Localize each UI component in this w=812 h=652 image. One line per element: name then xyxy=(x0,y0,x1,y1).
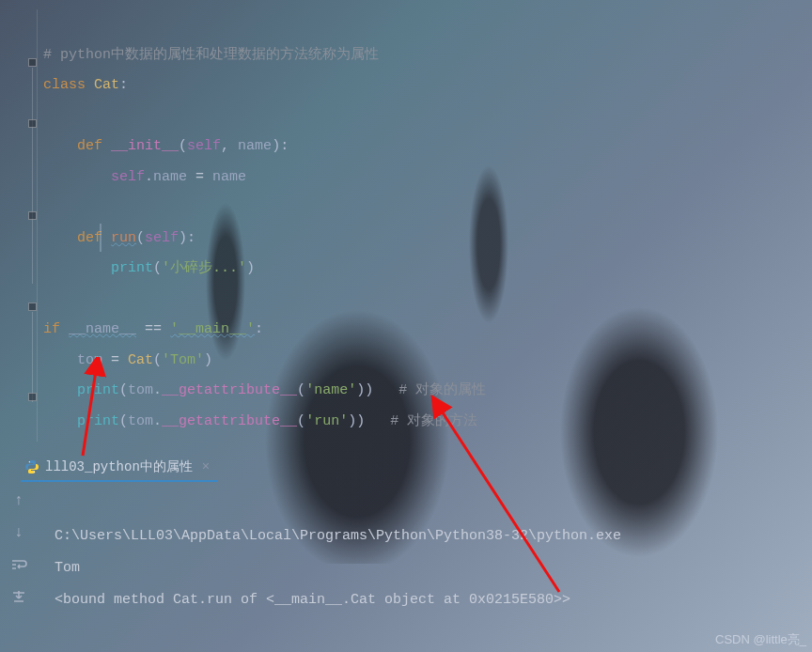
soft-wrap-icon[interactable] xyxy=(8,554,29,575)
console-output[interactable]: C:\Users\LLL03\AppData\Local\Programs\Py… xyxy=(55,489,812,652)
keyword-if: if xyxy=(43,321,60,337)
paren-close: ) xyxy=(179,230,187,246)
dunder-init: __init__ xyxy=(111,138,179,154)
class-name: Cat xyxy=(94,77,119,93)
paren-open: ( xyxy=(119,382,128,398)
string-name: 'name' xyxy=(305,382,356,398)
self-ref: self xyxy=(111,169,145,185)
watermark-text: CSDN @little亮_ xyxy=(715,631,806,648)
keyword-class: class xyxy=(43,77,86,93)
param-name: name xyxy=(238,138,272,154)
op-eqeq: == xyxy=(136,321,170,337)
paren-open: ( xyxy=(297,413,305,429)
dot: . xyxy=(145,169,153,185)
colon: : xyxy=(280,138,289,154)
paren-open: ( xyxy=(119,413,128,429)
print-call: print xyxy=(77,382,119,398)
scroll-down-icon[interactable]: ↓ xyxy=(8,522,29,543)
method-run: run xyxy=(111,230,136,246)
code-editor[interactable]: # python中数据的属性和处理数据的方法统称为属性 class Cat: d… xyxy=(0,9,812,437)
console-tool-rail: ↑ ↓ xyxy=(0,490,38,607)
svg-point-1 xyxy=(34,472,35,473)
paren-open: ( xyxy=(297,382,305,398)
var-tom: tom xyxy=(77,352,102,368)
colon: : xyxy=(187,230,195,246)
paren-close: ) xyxy=(272,138,280,154)
dot: . xyxy=(153,382,162,398)
close-icon[interactable]: × xyxy=(198,459,210,474)
paren-close: ) xyxy=(356,413,365,429)
param-self: self xyxy=(187,138,221,154)
code-comment: # 对象的方法 xyxy=(390,413,477,429)
output-line: <bound method Cat.run of <__main__.Cat o… xyxy=(55,592,570,608)
string-run: 'run' xyxy=(305,413,348,429)
output-line: Tom xyxy=(55,560,80,576)
dunder-name: __name__ xyxy=(69,321,136,337)
paren-open: ( xyxy=(153,260,162,276)
comma: , xyxy=(221,138,238,154)
paren-close: ) xyxy=(204,352,212,368)
attr-name: name xyxy=(153,169,187,185)
print-call: print xyxy=(111,260,153,276)
var-tom: tom xyxy=(128,382,153,398)
colon: : xyxy=(119,77,128,93)
indent-guide-icon xyxy=(100,224,102,252)
svg-point-0 xyxy=(29,461,30,462)
rhs-name: name xyxy=(212,169,246,185)
console-tab-label: lll03_python中的属性 xyxy=(45,458,193,475)
param-self: self xyxy=(145,230,179,246)
python-icon xyxy=(24,459,39,474)
keyword-def: def xyxy=(77,230,102,246)
paren-open: ( xyxy=(179,138,187,154)
equals: = xyxy=(187,169,212,185)
code-comment: # 对象的属性 xyxy=(398,382,486,398)
string-literal: '小碎步...' xyxy=(162,260,246,276)
var-tom: tom xyxy=(128,413,153,429)
cat-ctor: Cat xyxy=(128,352,153,368)
output-line: C:\Users\LLL03\AppData\Local\Programs\Py… xyxy=(55,528,621,544)
print-call: print xyxy=(77,413,119,429)
getattr: __getattribute__ xyxy=(162,413,297,429)
string-tom: 'Tom' xyxy=(162,352,204,368)
string-main: '__main__' xyxy=(170,321,255,337)
keyword-def: def xyxy=(77,138,102,154)
scroll-to-end-icon[interactable] xyxy=(8,586,29,607)
paren-close: ) xyxy=(356,382,365,398)
getattr: __getattribute__ xyxy=(162,382,297,398)
paren-close: ) xyxy=(365,382,373,398)
paren-open: ( xyxy=(136,230,145,246)
colon: : xyxy=(255,321,263,337)
paren-close: ) xyxy=(246,260,255,276)
paren-close: ) xyxy=(348,413,356,429)
dot: . xyxy=(153,413,162,429)
scroll-up-icon[interactable]: ↑ xyxy=(8,490,29,511)
code-comment: # python中数据的属性和处理数据的方法统称为属性 xyxy=(43,47,379,63)
paren-open: ( xyxy=(153,352,162,368)
console-tab[interactable]: lll03_python中的属性 × xyxy=(21,456,217,482)
console-tab-bar: lll03_python中的属性 × xyxy=(0,455,217,483)
equals: = xyxy=(102,352,128,368)
